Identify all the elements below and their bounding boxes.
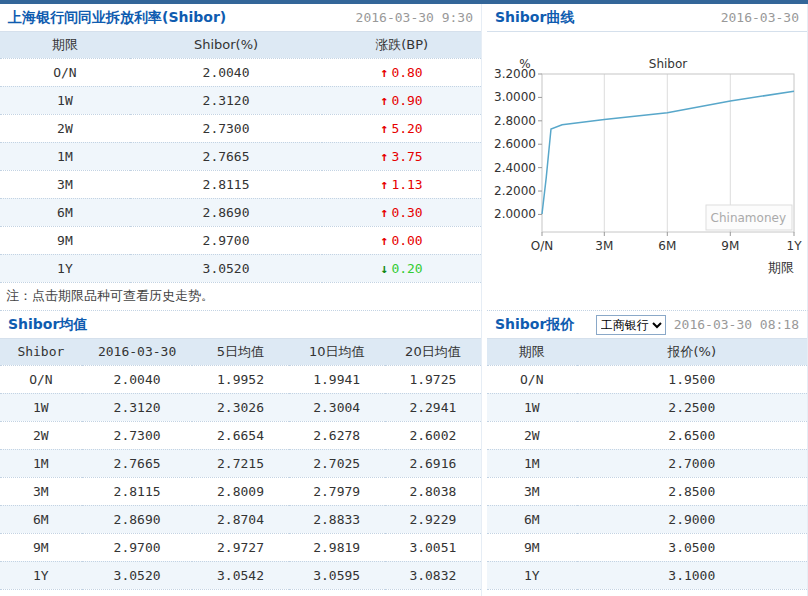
change-cell: ↑3.75 (322, 142, 481, 170)
table-row: O/N2.00401.99521.99411.9725 (0, 365, 481, 393)
table-row: 1M2.7000 (487, 449, 807, 477)
change-cell: ↑0.00 (322, 226, 481, 254)
rate-cell: 2.9700 (130, 226, 322, 254)
term-cell: O/N (0, 365, 82, 393)
average-table: Shibor 2016-03-30 5日均值 10日均值 20日均值 O/N2.… (0, 339, 481, 590)
shibor-dashboard: 上海银行间同业拆放利率(Shibor) 2016-03-30 9:30 期限 S… (0, 0, 808, 596)
change-cell: ↓0.20 (322, 254, 481, 282)
up-arrow-icon: ↑ (381, 177, 389, 192)
term-cell[interactable]: 6M (0, 198, 130, 226)
term-cell[interactable]: 1Y (0, 254, 130, 282)
term-cell: 1Y (487, 561, 577, 589)
term-cell[interactable]: 1M (0, 142, 130, 170)
value-cell: 2.8038 (385, 477, 481, 505)
quote-table: 期限 报价(%) O/N1.95001W2.25002W2.65001M2.70… (487, 339, 807, 590)
watermark-text: Chinamoney (711, 211, 786, 225)
term-cell[interactable]: 3M (0, 170, 130, 198)
change-value: 0.30 (391, 205, 422, 220)
value-cell: 3.0832 (385, 561, 481, 589)
average-table-header-row: Shibor 2016-03-30 5日均值 10日均值 20日均值 (0, 339, 481, 365)
bank-select[interactable]: 工商银行 (596, 315, 666, 335)
chart-title: Shibor (649, 57, 688, 71)
curve-chart-area: %Shibor3.20003.00002.80002.60002.40002.2… (487, 32, 807, 282)
change-value: 0.90 (391, 93, 422, 108)
change-value: 1.13 (391, 177, 422, 192)
up-arrow-icon: ↑ (381, 93, 389, 108)
column-header-quote: 报价(%) (577, 339, 807, 365)
table-row: 9M2.9700↑0.00 (0, 226, 481, 254)
panel-shibor-rates: 上海银行间同业拆放利率(Shibor) 2016-03-30 9:30 期限 S… (0, 4, 482, 310)
term-cell[interactable]: 1W (0, 86, 130, 114)
x-tick-label: 9M (721, 239, 739, 253)
shibor-curve-chart: %Shibor3.20003.00002.80002.60002.40002.2… (491, 34, 804, 278)
term-cell: 1M (0, 449, 82, 477)
up-arrow-icon: ↑ (381, 65, 389, 80)
term-cell[interactable]: 9M (0, 226, 130, 254)
change-value: 0.20 (391, 261, 422, 276)
curve-panel-title: Shibor曲线 (495, 9, 574, 27)
value-cell: 1.9952 (192, 365, 288, 393)
change-cell: ↑0.30 (322, 198, 481, 226)
column-header-change: 涨跌(BP) (322, 32, 481, 58)
table-row: 2W2.73002.66542.62782.6002 (0, 421, 481, 449)
term-cell[interactable]: 2W (0, 114, 130, 142)
x-tick-label: 6M (658, 239, 676, 253)
rate-cell: 2.3120 (130, 86, 322, 114)
rate-cell: 2.0040 (130, 58, 322, 86)
value-cell: 2.8690 (82, 505, 193, 533)
rates-note: 注：点击期限品种可查看历史走势。 (0, 283, 481, 305)
up-arrow-icon: ↑ (381, 121, 389, 136)
average-panel-title: Shibor均值 (8, 316, 87, 334)
value-cell: 2.8500 (577, 477, 807, 505)
table-row: 6M2.86902.87042.88332.9229 (0, 505, 481, 533)
term-cell[interactable]: O/N (0, 58, 130, 86)
y-tick-label: 3.2000 (494, 67, 536, 81)
column-header-shibor: Shibor(%) (130, 32, 322, 58)
value-cell: 2.8704 (192, 505, 288, 533)
value-cell: 2.9819 (289, 533, 385, 561)
term-cell: 9M (487, 533, 577, 561)
term-cell: 1Y (0, 561, 82, 589)
change-cell: ↑1.13 (322, 170, 481, 198)
rates-panel-title: 上海银行间同业拆放利率(Shibor) (8, 9, 226, 27)
panel-shibor-quote: Shibor报价 工商银行 2016-03-30 08:18 期限 报价(%) … (487, 310, 808, 596)
term-cell: 2W (487, 421, 577, 449)
rate-cell: 2.7665 (130, 142, 322, 170)
change-value: 0.00 (391, 233, 422, 248)
value-cell: 2.2941 (385, 393, 481, 421)
term-cell: 3M (0, 477, 82, 505)
table-row: 1Y3.0520↓0.20 (0, 254, 481, 282)
y-tick-label: 2.6000 (494, 137, 536, 151)
x-tick-label: 3M (595, 239, 613, 253)
table-row: 1M2.7665↑3.75 (0, 142, 481, 170)
table-row: 1Y3.1000 (487, 561, 807, 589)
x-axis-label: 期限 (768, 260, 794, 275)
rates-table-header-row: 期限 Shibor(%) 涨跌(BP) (0, 32, 481, 58)
term-cell: 9M (0, 533, 82, 561)
shibor-curve-line (542, 91, 794, 214)
y-tick-label: 2.8000 (494, 114, 536, 128)
curve-panel-header: Shibor曲线 2016-03-30 (487, 4, 807, 32)
column-header-date: 2016-03-30 (82, 339, 193, 365)
change-cell: ↑5.20 (322, 114, 481, 142)
rates-timestamp: 2016-03-30 9:30 (356, 10, 473, 25)
table-row: 2W2.6500 (487, 421, 807, 449)
value-cell: 2.9229 (385, 505, 481, 533)
column-header-term: 期限 (487, 339, 577, 365)
value-cell: 2.7215 (192, 449, 288, 477)
y-tick-label: 2.4000 (494, 161, 536, 175)
table-row: 1Y3.05203.05423.05953.0832 (0, 561, 481, 589)
y-tick-label: 3.0000 (494, 90, 536, 104)
quote-panel-title: Shibor报价 (495, 316, 574, 334)
table-row: 3M2.8115↑1.13 (0, 170, 481, 198)
change-value: 3.75 (391, 149, 422, 164)
value-cell: 2.3004 (289, 393, 385, 421)
rates-panel-header: 上海银行间同业拆放利率(Shibor) 2016-03-30 9:30 (0, 4, 481, 32)
table-row: 3M2.81152.80092.79792.8038 (0, 477, 481, 505)
quote-panel-header: Shibor报价 工商银行 2016-03-30 08:18 (487, 311, 807, 339)
table-row: 1M2.76652.72152.70252.6916 (0, 449, 481, 477)
average-panel-header: Shibor均值 (0, 311, 481, 339)
value-cell: 2.9000 (577, 505, 807, 533)
value-cell: 2.9727 (192, 533, 288, 561)
value-cell: 2.0040 (82, 365, 193, 393)
